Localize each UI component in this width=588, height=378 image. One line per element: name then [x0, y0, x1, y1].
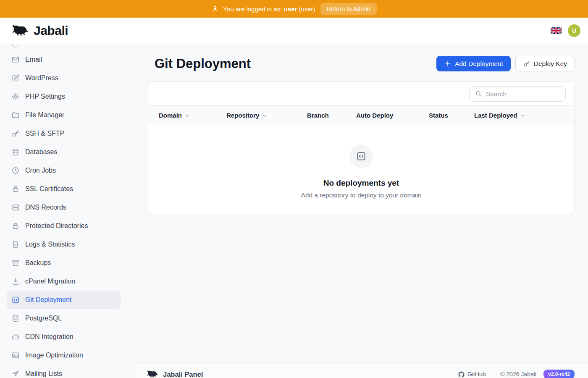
impersonation-bar: You are logged in as: user (user) Return… [0, 0, 588, 18]
sidebar-item-image-optimization[interactable]: Image Optimization [7, 346, 121, 365]
mail-icon [11, 55, 20, 64]
sidebar-item-label: Protected Directories [25, 222, 88, 230]
sidebar-item-email[interactable]: Email [7, 50, 121, 69]
search-icon [475, 90, 482, 97]
add-deployment-button[interactable]: Add Deployment [436, 56, 511, 71]
image-icon [11, 351, 20, 360]
search-field [469, 86, 566, 102]
sidebar-item-label: SSL Certificates [25, 185, 73, 193]
download-icon [11, 277, 20, 286]
sidebar-item-label: Email [25, 56, 42, 63]
logged-in-role: (user) [299, 5, 315, 13]
sidebar-item-label: Cron Jobs [25, 167, 56, 174]
code-icon [349, 144, 373, 168]
sidebar-item-ssh-sftp[interactable]: SSH & SFTP [7, 124, 121, 143]
plus-icon [444, 60, 452, 68]
table-header-row: DomainRepositoryBranchAuto DeployStatusL… [148, 105, 574, 125]
impersonation-message: You are logged in as: user (user) [211, 5, 315, 13]
sidebar-item-label: SSH & SFTP [25, 130, 64, 137]
logged-in-username: user [284, 5, 297, 13]
column-header-last-deployed[interactable]: Last Deployed [474, 112, 574, 119]
separator-dot: · [489, 371, 496, 378]
cloud-icon [11, 333, 20, 341]
language-flag-icon[interactable] [551, 27, 562, 34]
column-header-branch: Branch [307, 112, 356, 119]
copyright-text: © 2026 Jabali [500, 371, 536, 378]
sidebar-item-label: Mailing Lists [25, 370, 62, 378]
sidebar-item-logs-statistics[interactable]: Logs & Statistics [7, 235, 121, 254]
sidebar-item-protected-directories[interactable]: Protected Directories [7, 217, 121, 235]
column-header-auto-deploy: Auto Deploy [356, 112, 429, 119]
deploy-key-button[interactable]: Deploy Key [515, 56, 575, 71]
column-label: Repository [226, 112, 259, 119]
footer: Jabali Panel GitHub · © 2026 Jabali v2.0… [134, 362, 588, 378]
column-label: Auto Deploy [356, 112, 393, 119]
sidebar-item-label: File Manager [25, 111, 64, 119]
page-title: Git Deployment [155, 56, 251, 71]
sidebar-item-postgresql[interactable]: PostgreSQL [7, 309, 121, 328]
sidebar-item-dns-records[interactable]: DNS Records [7, 198, 121, 217]
boar-logo-icon [146, 370, 159, 378]
empty-state-subtitle: Add a repository to deploy to your domai… [301, 192, 422, 199]
database-icon [11, 314, 20, 323]
sidebar-item-label: DNS Records [25, 204, 66, 211]
column-header-repository[interactable]: Repository [226, 112, 307, 119]
folder-icon [11, 111, 20, 119]
gear-icon [11, 92, 20, 101]
chevron-down-icon [262, 113, 268, 118]
sidebar-item-label: cPanel Migration [25, 278, 75, 285]
column-header-domain[interactable]: Domain [159, 112, 226, 119]
sidebar-item-php-settings[interactable]: PHP Settings [7, 87, 121, 106]
return-to-admin-button[interactable]: Return to Admin [320, 3, 377, 15]
sidebar-item-cron-jobs[interactable]: Cron Jobs [7, 161, 121, 180]
deployments-card: DomainRepositoryBranchAuto DeployStatusL… [148, 81, 575, 214]
sidebar-item-wordpress[interactable]: WordPress [7, 69, 121, 87]
column-header-status: Status [429, 112, 474, 119]
sidebar-item-databases[interactable]: Databases [7, 143, 121, 161]
sidebar-item-label: Logs & Statistics [25, 241, 75, 248]
boar-logo-icon [11, 24, 29, 37]
clock-icon [11, 166, 20, 175]
sidebar-item-ssl-certificates[interactable]: SSL Certificates [7, 180, 121, 198]
main-content: Git Deployment Add Deployment Deploy Key [134, 44, 588, 378]
sidebar-item-label: PHP Settings [25, 93, 65, 100]
logged-in-prefix: You are logged in as: [223, 5, 282, 13]
app-header: Jabali U [0, 18, 588, 44]
brand-logo[interactable]: Jabali [11, 24, 68, 38]
sidebar-item-file-manager[interactable]: File Manager [7, 106, 121, 124]
brand-name: Jabali [34, 24, 68, 38]
github-link[interactable]: GitHub [458, 371, 486, 378]
sidebar-item-mailing-lists[interactable]: Mailing Lists [7, 365, 121, 378]
column-label: Last Deployed [474, 112, 517, 119]
lock-icon [11, 222, 20, 230]
clipped-item-icon [12, 44, 18, 47]
column-label: Domain [159, 112, 182, 119]
sidebar-item-label: Git Deployment [25, 296, 71, 304]
sidebar-item-label: WordPress [25, 74, 58, 82]
archive-icon [11, 259, 20, 267]
github-icon [458, 371, 465, 378]
person-icon [211, 5, 219, 13]
sidebar-item-backups[interactable]: Backups [7, 254, 121, 272]
sidebar-item-git-deployment[interactable]: Git Deployment [7, 291, 121, 309]
edit-icon [11, 74, 20, 82]
chevron-down-icon [184, 113, 190, 118]
sidebar-nav: EmailWordPressPHP SettingsFile ManagerSS… [0, 44, 134, 378]
sidebar-item-label: Image Optimization [25, 352, 83, 359]
database-icon [11, 148, 20, 156]
sidebar-item-cpanel-migration[interactable]: cPanel Migration [7, 272, 121, 291]
sidebar-item-label: PostgreSQL [25, 315, 62, 322]
search-input[interactable] [486, 90, 560, 98]
sidebar-item-label: Databases [25, 148, 58, 156]
user-avatar[interactable]: U [568, 24, 580, 37]
empty-state: No deployments yet Add a repository to d… [148, 125, 574, 199]
sidebar-item-cdn-integration[interactable]: CDN Integration [7, 328, 121, 346]
footer-brand: Jabali Panel [163, 370, 203, 378]
lock-icon [11, 185, 20, 193]
column-label: Status [429, 112, 448, 119]
chevron-down-icon [520, 113, 526, 118]
key-icon [11, 129, 20, 138]
send-icon [11, 370, 20, 378]
code-icon [11, 296, 20, 304]
sidebar-item-label: CDN Integration [25, 333, 74, 341]
